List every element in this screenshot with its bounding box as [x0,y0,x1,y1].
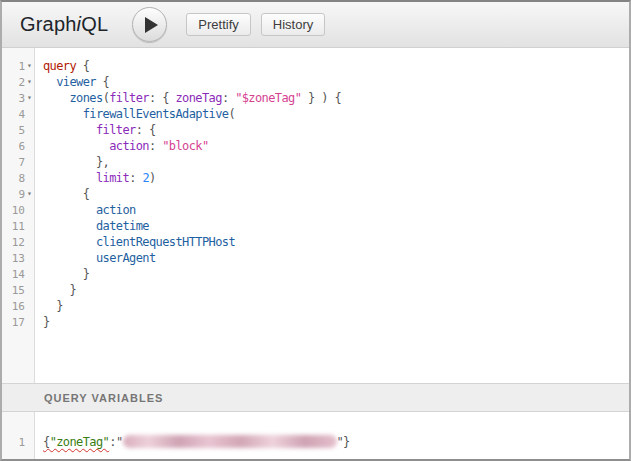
code-line[interactable]: { [43,186,629,202]
code-token: : { [149,91,176,105]
line-number: 4 [2,106,34,122]
code-line[interactable]: clientRequestHTTPHost [43,234,629,250]
graphiql-window: GraphiQL Prettify History 1▾2▾3▾456789▾1… [0,0,631,461]
code-line[interactable]: action: "block" [43,138,629,154]
code-token [43,283,70,297]
code-line[interactable]: firewallEventsAdaptive( [43,106,629,122]
code-token [43,91,70,105]
code-line[interactable]: viewer { [43,74,629,90]
code-token: " [116,435,123,449]
code-line[interactable]: query { [43,58,629,74]
code-token: action [96,203,136,217]
fold-toggle-icon[interactable]: ▾ [25,90,34,106]
code-line[interactable]: }, [43,154,629,170]
execute-query-button[interactable] [132,7,167,42]
code-token [43,107,83,121]
code-token [43,219,96,233]
code-token [43,235,96,249]
prettify-button[interactable]: Prettify [186,13,250,36]
history-button[interactable]: History [261,13,325,36]
code-token: { [76,59,89,73]
code-line[interactable]: datetime [43,218,629,234]
code-line[interactable]: userAgent [43,250,629,266]
code-token [43,171,96,185]
line-number: 6 [2,138,34,154]
code-line[interactable]: } [43,298,629,314]
line-number: 12 [2,234,34,250]
code-line[interactable]: } [43,266,629,282]
code-token [43,187,83,201]
code-token: : [129,171,142,185]
code-token [43,267,83,281]
play-icon [145,17,158,33]
code-token: : [149,139,162,153]
code-token [43,139,109,153]
line-number: 13 [2,250,34,266]
line-number: 14 [2,266,34,282]
fold-toggle-icon[interactable]: ▾ [25,186,34,202]
line-number: 5 [2,122,34,138]
redacted-zone-tag-value [123,435,337,448]
graphiql-logo: GraphiQL [20,13,108,36]
logo-text-ql: QL [81,13,108,35]
line-number: 1▾ [2,58,34,74]
code-token: }, [96,155,109,169]
code-line[interactable]: limit: 2) [43,170,629,186]
query-variables-title: QUERY VARIABLES [44,392,163,404]
code-token: zoneTag [176,91,222,105]
code-token: { [83,187,90,201]
code-token [43,75,56,89]
code-token: : { [136,123,156,137]
fold-toggle-icon[interactable]: ▾ [25,58,34,74]
line-number: 15 [2,282,34,298]
code-token: userAgent [96,251,156,265]
code-token [43,203,96,217]
code-token [43,299,56,313]
code-line[interactable]: filter: { [43,122,629,138]
code-token: ) [149,171,156,185]
line-number: 16 [2,298,34,314]
code-token: : [109,435,116,449]
code-line[interactable]: {"zoneTag":""} [43,434,629,450]
code-token: "$zoneTag" [235,91,301,105]
line-number: 1 [2,434,34,450]
vars-line-number-gutter: 1 [2,412,35,459]
code-token: query [43,59,76,73]
line-number-gutter: 1▾2▾3▾456789▾1011121314151617 [2,48,35,383]
variables-editor[interactable]: 1 {"zoneTag":""} [2,412,629,459]
topbar: GraphiQL Prettify History [2,2,629,48]
fold-toggle-icon[interactable]: ▾ [25,74,34,90]
code-token: "block" [162,139,208,153]
line-number: 9▾ [2,186,34,202]
code-line[interactable]: zones(filter: { zoneTag: "$zoneTag" } ) … [43,90,629,106]
code-token: zones [70,91,103,105]
line-number: 2▾ [2,74,34,90]
code-token: action [109,139,149,153]
code-token: ( [229,107,236,121]
code-token: } [56,299,63,313]
code-token: } ) { [301,91,341,105]
line-number: 17 [2,314,34,330]
code-line[interactable]: } [43,314,629,330]
query-code-area[interactable]: query { viewer { zones(filter: { zoneTag… [35,48,629,383]
code-token: 2 [142,171,149,185]
vars-code-area[interactable]: {"zoneTag":""} [35,412,629,459]
query-editor[interactable]: 1▾2▾3▾456789▾1011121314151617 query { vi… [2,48,629,383]
code-token: : [222,91,235,105]
code-token: } [83,267,90,281]
code-token: { [96,75,109,89]
logo-text: Graph [20,13,77,35]
code-token: limit [96,171,129,185]
code-token: filter [96,123,136,137]
line-number: 11 [2,218,34,234]
code-token: clientRequestHTTPHost [96,235,235,249]
query-variables-header[interactable]: QUERY VARIABLES [2,383,629,412]
code-token [43,251,96,265]
code-token: filter [109,91,149,105]
line-number: 3▾ [2,90,34,106]
code-token: } [70,283,77,297]
code-line[interactable]: action [43,202,629,218]
code-line[interactable]: } [43,282,629,298]
code-token: { [43,435,50,449]
code-token: } [43,315,50,329]
